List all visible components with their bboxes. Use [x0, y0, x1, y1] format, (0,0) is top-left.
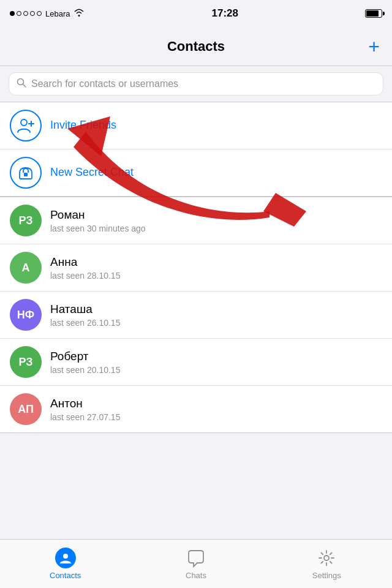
contacts-section: РЗ Роман last seen 30 minutes ago А Анна…	[0, 197, 392, 433]
contacts-person-icon	[55, 548, 76, 568]
contact-name-natasha: Наташа	[50, 303, 382, 316]
tab-bar: Contacts Chats Settings	[0, 539, 392, 588]
contact-subtitle-anton: last seen 27.07.15	[50, 412, 382, 422]
search-placeholder[interactable]: Search for contacts or usernames	[31, 78, 375, 89]
contact-avatar-anna: А	[10, 252, 42, 284]
nav-bar: Contacts +	[0, 27, 392, 66]
signal-dot-2	[17, 11, 21, 16]
carrier-name: Lebara	[45, 9, 70, 18]
tab-settings[interactable]: Settings	[262, 548, 392, 580]
invite-friends-text: Invite Friends	[50, 119, 382, 133]
contact-name-robert: Роберт	[50, 350, 382, 363]
tab-chats[interactable]: Chats	[130, 548, 261, 580]
wifi-icon	[74, 8, 85, 19]
contact-item-robert[interactable]: РЗ Роберт last seen 20.10.15	[0, 339, 392, 386]
new-secret-chat-item[interactable]: New Secret Chat	[0, 149, 392, 196]
invite-friends-label: Invite Friends	[50, 119, 382, 132]
tab-contacts-label: Contacts	[50, 571, 81, 580]
contact-name-roman: Роман	[50, 208, 382, 222]
contact-item-anna[interactable]: А Анна last seen 28.10.15	[0, 244, 392, 292]
page-title: Contacts	[167, 39, 225, 55]
svg-point-8	[63, 554, 68, 559]
contact-avatar-natasha: НФ	[10, 299, 42, 331]
tab-settings-label: Settings	[312, 571, 341, 580]
contact-avatar-robert: РЗ	[10, 346, 42, 378]
battery-icon	[365, 9, 382, 18]
contact-item-anton[interactable]: АП Антон last seen 27.07.15	[0, 386, 392, 432]
quick-actions-section: Invite Friends New Secret Chat	[0, 102, 392, 197]
tab-contacts[interactable]: Contacts	[0, 548, 130, 580]
status-time: 17:28	[212, 7, 238, 20]
signal-dot-5	[37, 11, 42, 16]
contact-text-robert: Роберт last seen 20.10.15	[50, 350, 382, 375]
signal-dot-4	[30, 11, 35, 16]
secret-chat-icon	[10, 157, 42, 189]
contact-avatar-anton: АП	[10, 393, 42, 425]
chats-tab-icon	[186, 548, 206, 568]
contacts-list: РЗ Роман last seen 30 minutes ago А Анна…	[0, 197, 392, 433]
invite-friends-icon	[10, 110, 42, 141]
contact-subtitle-robert: last seen 20.10.15	[50, 365, 382, 375]
add-contact-button[interactable]: +	[368, 37, 380, 56]
contact-subtitle-natasha: last seen 26.10.15	[50, 318, 382, 328]
signal-dot-3	[23, 11, 28, 16]
svg-rect-5	[24, 173, 28, 176]
contact-item-natasha[interactable]: НФ Наташа last seen 26.10.15	[0, 292, 392, 339]
status-left: Lebara	[10, 8, 85, 19]
contact-name-anton: Антон	[50, 397, 382, 410]
svg-point-2	[21, 119, 27, 126]
search-icon	[17, 78, 26, 90]
contact-subtitle-roman: last seen 30 minutes ago	[50, 224, 382, 233]
contact-text-natasha: Наташа last seen 26.10.15	[50, 303, 382, 328]
contact-avatar-roman: РЗ	[10, 205, 42, 236]
secret-chat-text: New Secret Chat	[50, 166, 382, 180]
invite-friends-item[interactable]: Invite Friends	[0, 102, 392, 149]
contact-subtitle-anna: last seen 28.10.15	[50, 271, 382, 281]
signal-dot-1	[10, 11, 15, 16]
contact-name-anna: Анна	[50, 255, 382, 269]
settings-tab-icon	[316, 548, 337, 568]
contact-text-anna: Анна last seen 28.10.15	[50, 255, 382, 281]
svg-line-1	[23, 85, 26, 88]
tab-chats-label: Chats	[186, 571, 206, 580]
signal-dots	[10, 11, 42, 16]
search-bar[interactable]: Search for contacts or usernames	[9, 72, 383, 96]
status-bar: Lebara 17:28	[0, 0, 392, 27]
secret-chat-label: New Secret Chat	[50, 166, 382, 179]
contact-item-roman[interactable]: РЗ Роман last seen 30 minutes ago	[0, 197, 392, 244]
svg-point-9	[324, 556, 329, 560]
contact-text-roman: Роман last seen 30 minutes ago	[50, 208, 382, 233]
search-container: Search for contacts or usernames	[0, 66, 392, 102]
status-right	[365, 9, 382, 18]
contact-text-anton: Антон last seen 27.07.15	[50, 397, 382, 422]
contacts-tab-icon-wrap	[55, 548, 76, 568]
